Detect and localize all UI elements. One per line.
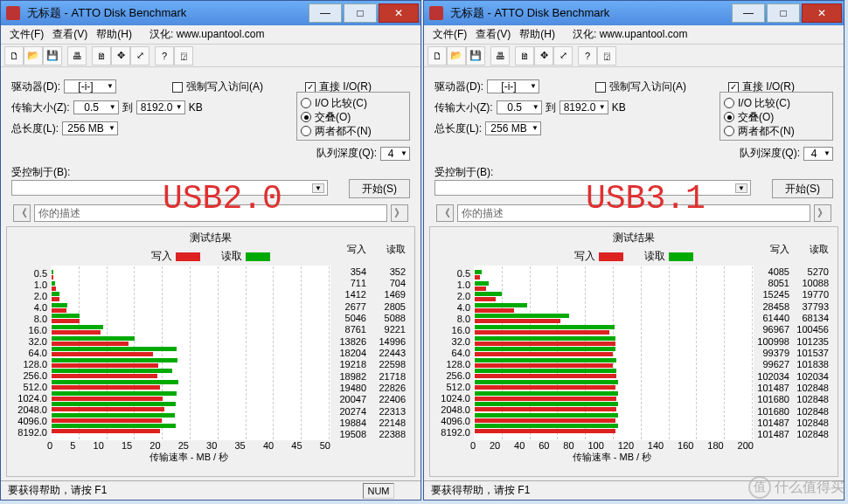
value-columns: 4085805115245284586144096967100998993799… [754, 266, 832, 440]
status-help: 要获得帮助，请按 F1 [8, 483, 107, 498]
titlebar[interactable]: 无标题 - ATTO Disk Benchmark — □ ✕ [424, 1, 844, 25]
help-icon[interactable]: ? [155, 46, 174, 66]
open-icon[interactable]: 📂 [447, 46, 466, 66]
read-bar [52, 402, 176, 406]
checkbox-icon [305, 82, 316, 93]
write-bar [52, 374, 157, 378]
read-bar [475, 303, 527, 307]
print-icon[interactable]: 🖶 [490, 46, 510, 66]
write-bar [475, 330, 609, 335]
menu-help[interactable]: 帮助(H) [516, 25, 559, 44]
bar-row [52, 423, 330, 434]
force-write-checkbox[interactable]: 强制写入访问(A) [172, 79, 263, 94]
next-button[interactable]: 》 [814, 204, 831, 222]
close-button[interactable]: ✕ [802, 3, 842, 23]
save-icon[interactable]: 💾 [43, 46, 62, 66]
help-icon[interactable]: ? [578, 46, 597, 66]
force-write-label: 强制写入访问(A) [186, 79, 263, 94]
queue-select[interactable]: 4 [380, 147, 410, 161]
queue-depth-row: 队列深度(Q): 4 [740, 146, 833, 161]
minimize-button[interactable]: — [309, 3, 342, 23]
window-title: 无标题 - ATTO Disk Benchmark [24, 5, 307, 21]
radio-compare[interactable]: I/O 比较(C) [301, 96, 406, 110]
size-from-select[interactable]: 0.5 [73, 100, 119, 114]
bar-row [475, 313, 753, 324]
write-bar [52, 287, 56, 291]
queue-select[interactable]: 4 [803, 147, 833, 161]
read-bar [475, 292, 502, 296]
move-icon[interactable]: ✥ [111, 46, 130, 66]
move-icon[interactable]: ✥ [534, 46, 553, 66]
x-axis-label: 传输速率 - MB / 秒 [149, 451, 228, 464]
read-bar [52, 336, 135, 341]
prev-button[interactable]: 《 [436, 204, 454, 222]
bar-row [52, 280, 330, 292]
bar-row [52, 313, 330, 324]
radio-icon [301, 98, 311, 108]
next-button[interactable]: 》 [391, 204, 408, 222]
menu-file[interactable]: 文件(F) [429, 25, 470, 44]
write-bar [52, 297, 59, 301]
size-to-select[interactable]: 8192.0 [560, 100, 608, 114]
write-bar [52, 275, 53, 280]
length-select[interactable]: 256 MB [62, 121, 118, 135]
page-icon[interactable]: 🗎 [92, 46, 111, 66]
start-button[interactable]: 开始(S) [349, 179, 410, 198]
drive-select[interactable]: [-i-] [64, 79, 116, 93]
context-help-icon[interactable]: ⍰ [174, 46, 193, 66]
read-bar [52, 325, 103, 329]
minimize-button[interactable]: — [732, 3, 765, 23]
force-write-checkbox[interactable]: 强制写入访问(A) [595, 79, 686, 94]
read-bar [475, 380, 618, 384]
print-icon[interactable]: 🖶 [67, 46, 87, 66]
open-icon[interactable]: 📂 [24, 46, 43, 66]
read-bar [52, 358, 177, 362]
controlled-label: 受控制于(B): [11, 165, 328, 180]
toolbar: 🗋📂💾🖶🗎✥⤢?⍰ [424, 45, 844, 67]
read-bar [475, 424, 618, 428]
checkbox-icon [728, 82, 739, 93]
size-icon[interactable]: ⤢ [130, 46, 149, 66]
radio-neither[interactable]: 两者都不(N) [301, 124, 406, 138]
maximize-button[interactable]: □ [767, 3, 800, 23]
start-button[interactable]: 开始(S) [772, 179, 833, 198]
new-icon[interactable]: 🗋 [4, 46, 24, 66]
col-write-header: 写入 [332, 243, 372, 256]
menu-file[interactable]: 文件(F) [6, 25, 47, 44]
context-help-icon[interactable]: ⍰ [597, 46, 616, 66]
size-icon[interactable]: ⤢ [553, 46, 573, 66]
prev-button[interactable]: 《 [13, 204, 31, 222]
write-bar [52, 418, 162, 423]
checkbox-icon [172, 82, 183, 93]
bar-row [52, 390, 330, 402]
new-icon[interactable]: 🗋 [427, 46, 447, 66]
radio-neither[interactable]: 两者都不(N) [724, 124, 829, 138]
titlebar[interactable]: 无标题 - ATTO Disk Benchmark — □ ✕ [1, 1, 421, 25]
radio-overlap[interactable]: 交叠(O) [724, 110, 829, 124]
radio-icon [724, 98, 734, 108]
page-icon[interactable]: 🗎 [515, 46, 534, 66]
bar-row [52, 269, 330, 280]
bar-row [52, 368, 330, 379]
to-label: 到 [546, 100, 556, 115]
bar-row [475, 280, 753, 292]
length-select[interactable]: 256 MB [485, 121, 541, 135]
radio-compare[interactable]: I/O 比较(C) [724, 96, 829, 110]
menu-view[interactable]: 查看(V) [472, 25, 514, 44]
bar-row [475, 390, 753, 402]
app-icon [6, 6, 20, 20]
drive-select[interactable]: [-i-] [487, 79, 539, 93]
controlled-label: 受控制于(B): [434, 165, 751, 180]
radio-overlap[interactable]: 交叠(O) [301, 110, 406, 124]
bar-row [475, 423, 753, 434]
maximize-button[interactable]: □ [344, 3, 377, 23]
menu-view[interactable]: 查看(V) [49, 25, 91, 44]
size-to-select[interactable]: 8192.0 [136, 100, 185, 114]
save-icon[interactable]: 💾 [466, 46, 485, 66]
size-from-select[interactable]: 0.5 [497, 100, 542, 114]
menu-help[interactable]: 帮助(H) [93, 25, 136, 44]
radio-icon [724, 112, 734, 122]
kb-label: KB [189, 101, 203, 114]
read-bar [475, 281, 489, 286]
close-button[interactable]: ✕ [379, 3, 419, 23]
